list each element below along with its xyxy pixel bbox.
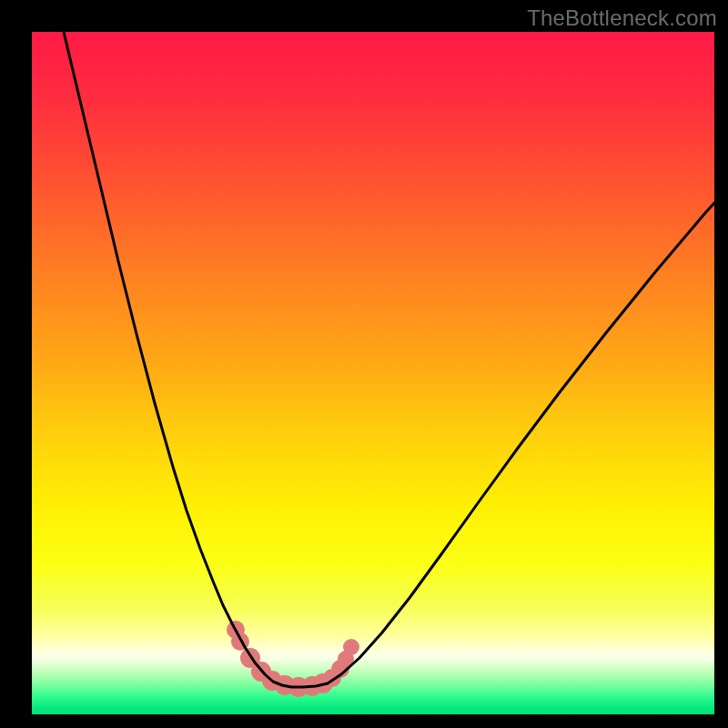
chart-stage: TheBottleneck.com (0, 0, 728, 728)
watermark-label: TheBottleneck.com (527, 5, 717, 31)
plot-area (32, 32, 714, 714)
curve-layer (32, 32, 714, 714)
valley-marker (343, 639, 359, 655)
bottleneck-curve (64, 32, 714, 687)
valley-markers (227, 621, 359, 697)
